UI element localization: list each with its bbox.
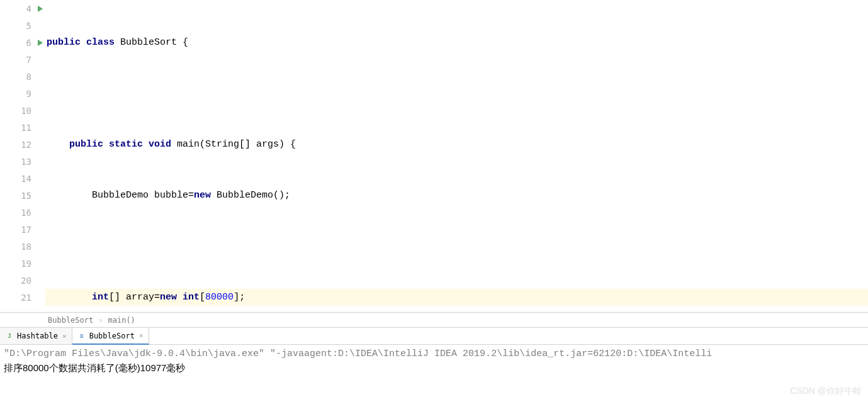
- run-icon[interactable]: [38, 40, 43, 46]
- code-area[interactable]: public class BubbleSort { public static …: [45, 0, 868, 312]
- line-number[interactable]: 5: [0, 17, 45, 34]
- line-number[interactable]: 8: [0, 68, 45, 85]
- line-number[interactable]: 19: [0, 255, 45, 272]
- run-tabs: J Hashtable × ≡ BubbleSort ×: [0, 327, 868, 345]
- close-icon[interactable]: ×: [138, 332, 144, 340]
- console-output[interactable]: "D:\Program Files\Java\jdk-9.0.4\bin\jav…: [0, 345, 868, 377]
- tab-bubblesort[interactable]: ≡ BubbleSort ×: [72, 328, 149, 345]
- line-number[interactable]: 20: [0, 272, 45, 289]
- line-number[interactable]: 21: [0, 289, 45, 306]
- tab-hashtable[interactable]: J Hashtable ×: [0, 328, 72, 344]
- tab-label: Hashtable: [17, 332, 58, 340]
- line-number[interactable]: 4: [0, 0, 45, 17]
- line-number[interactable]: 18: [0, 238, 45, 255]
- close-icon[interactable]: ×: [61, 332, 67, 340]
- line-number[interactable]: 11: [0, 119, 45, 136]
- chevron-right-icon: ›: [96, 316, 105, 325]
- breadcrumb: BubbleSort › main(): [0, 312, 868, 327]
- breadcrumb-method[interactable]: main(): [105, 316, 137, 325]
- line-number[interactable]: 10: [0, 102, 45, 119]
- editor-area: 4 5 6 7 8 9 10 11 12 13 14 15 16 17 18 1…: [0, 0, 868, 312]
- line-number[interactable]: 15: [0, 187, 45, 204]
- line-number[interactable]: 17: [0, 221, 45, 238]
- line-number[interactable]: 9: [0, 85, 45, 102]
- console-result: 排序80000个数据共消耗了(毫秒)10977毫秒: [4, 361, 864, 375]
- tab-label: BubbleSort: [89, 332, 135, 340]
- gutter: 4 5 6 7 8 9 10 11 12 13 14 15 16 17 18 1…: [0, 0, 45, 312]
- breadcrumb-class[interactable]: BubbleSort: [45, 316, 96, 325]
- line-number[interactable]: 7: [0, 51, 45, 68]
- watermark: CSDN @你好牛蛙: [790, 386, 862, 397]
- java-icon: ≡: [77, 332, 86, 340]
- line-number[interactable]: 6: [0, 34, 45, 51]
- line-number[interactable]: 13: [0, 153, 45, 170]
- java-icon: J: [5, 332, 14, 340]
- run-icon[interactable]: [38, 6, 43, 12]
- console-command: "D:\Program Files\Java\jdk-9.0.4\bin\jav…: [4, 347, 864, 361]
- line-number[interactable]: 12: [0, 136, 45, 153]
- line-number[interactable]: 16: [0, 204, 45, 221]
- line-number[interactable]: 14: [0, 170, 45, 187]
